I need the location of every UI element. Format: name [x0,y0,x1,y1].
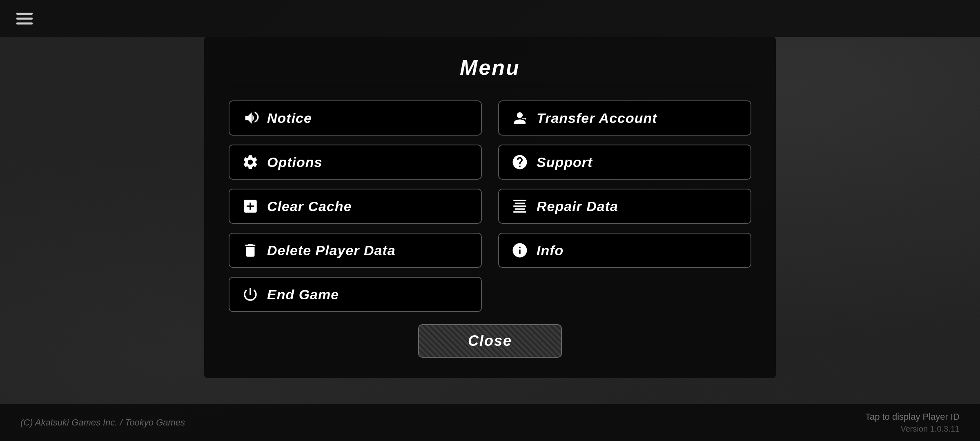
question-icon [510,153,529,172]
menu-container: Menu Notice Transfer Account [204,37,776,378]
megaphone-icon [241,109,260,127]
copyright-text: (C) Akatsuki Games Inc. / Tookyo Games [20,417,185,428]
gear-icon [241,153,260,172]
end-game-button[interactable]: End Game [229,277,482,312]
bottom-right: Tap to display Player ID Version 1.0.3.1… [865,412,960,434]
repair-icon [510,197,529,216]
options-label: Options [267,154,322,170]
trash-icon [241,241,260,260]
transfer-account-label: Transfer Account [537,110,657,126]
repair-data-label: Repair Data [537,198,618,214]
support-button[interactable]: Support [498,145,751,180]
delete-player-data-button[interactable]: Delete Player Data [229,233,482,268]
repair-data-button[interactable]: Repair Data [498,189,751,224]
hamburger-menu-button[interactable] [16,13,33,24]
support-label: Support [537,154,592,170]
power-icon [241,285,260,304]
end-game-label: End Game [267,287,339,303]
menu-title: Menu [229,49,751,86]
info-label: Info [537,243,564,258]
transfer-icon [510,109,529,127]
info-icon [510,241,529,260]
notice-label: Notice [267,110,312,126]
transfer-account-button[interactable]: Transfer Account [498,100,751,136]
close-btn-container: Close [229,324,751,358]
tap-player-id-text[interactable]: Tap to display Player ID [865,412,960,422]
version-text: Version 1.0.3.11 [900,424,960,434]
info-button[interactable]: Info [498,233,751,268]
close-button[interactable]: Close [418,324,562,358]
options-button[interactable]: Options [229,145,482,180]
bottom-bar: (C) Akatsuki Games Inc. / Tookyo Games T… [0,404,980,441]
menu-grid: Notice Transfer Account Options [229,100,751,312]
top-bar [0,0,980,37]
clear-cache-label: Clear Cache [267,198,352,214]
clear-cache-button[interactable]: Clear Cache [229,189,482,224]
cache-icon [241,197,260,216]
delete-player-data-label: Delete Player Data [267,243,396,258]
notice-button[interactable]: Notice [229,100,482,136]
